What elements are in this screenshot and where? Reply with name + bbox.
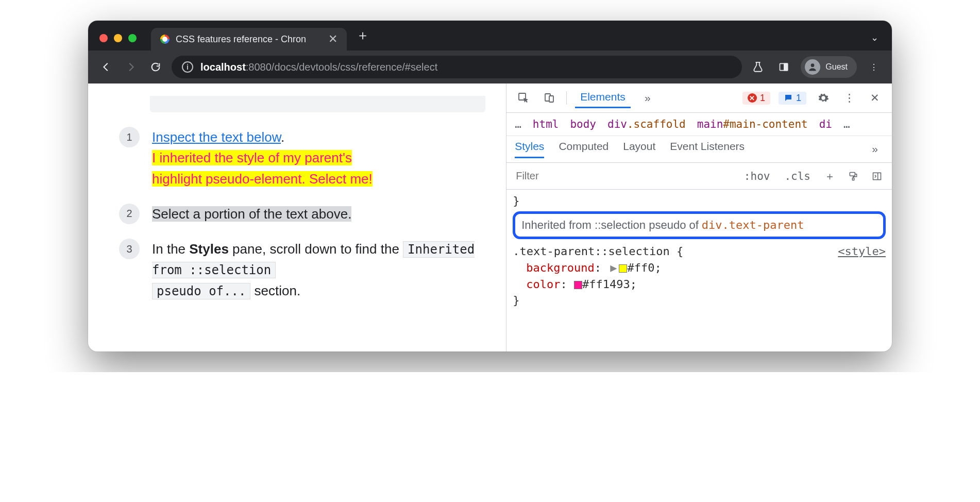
styles-filter-input[interactable] [513,166,734,186]
crumb-body[interactable]: body [570,118,596,130]
side-panel-icon[interactable] [775,58,792,76]
site-info-icon[interactable]: i [182,61,193,73]
step-1: 1 Inspect the text below. I inherited th… [119,127,485,189]
step3-code-2: pseudo of... [152,283,250,299]
step-number: 1 [119,127,140,147]
svg-rect-8 [873,173,881,179]
inspect-element-icon[interactable] [515,89,532,107]
device-toggle-icon[interactable] [540,89,558,107]
styles-filter-row: :hov .cls ＋ [506,163,892,190]
titlebar: CSS features reference - Chron ✕ ＋ ⌄ [88,21,892,51]
svg-rect-6 [850,172,855,176]
subtab-event-listeners[interactable]: Event Listeners [670,140,745,158]
css-selector[interactable]: .text-parent::selection { [513,243,683,260]
settings-icon[interactable] [815,89,832,107]
devtools-panel: Elements » ✕1 1 ⋮ ✕ … html body div.scaf… [506,83,892,352]
cls-button[interactable]: .cls [780,168,815,185]
rule-close-brace-top: } [513,193,886,209]
dom-breadcrumbs: … html body div.scaffold main#main-conte… [506,113,892,136]
paint-icon[interactable] [844,168,862,185]
window-controls [99,34,137,51]
step2-text: Select a portion of the text above. [152,206,351,222]
styles-body: } Inherited from ::selection pseudo of d… [506,190,892,319]
step-number: 2 [119,204,140,224]
svg-point-2 [811,63,815,67]
crumb-main[interactable]: main#main-content [697,118,808,130]
page-banner [150,96,485,112]
reload-button[interactable] [147,58,164,76]
step-2: 2 Select a portion of the text above. [119,204,485,224]
step3-text-d: section. [250,283,300,298]
tab-title: CSS features reference - Chron [176,34,306,45]
step-number: 3 [119,239,140,259]
menu-icon[interactable]: ⋮ [865,58,883,76]
tab-close-icon[interactable]: ✕ [328,32,337,46]
css-declaration-color[interactable]: color: #ff1493; [513,276,886,293]
tab-elements[interactable]: Elements [575,88,631,108]
crumb-more-right[interactable]: … [843,118,850,130]
fullscreen-window-icon[interactable] [128,34,137,42]
error-count: 1 [760,93,765,104]
inherited-from-header[interactable]: Inherited from ::selection pseudo of div… [513,211,886,239]
minimize-window-icon[interactable] [114,34,122,42]
inspect-link[interactable]: Inspect the text below [152,129,281,145]
styles-subtabs: Styles Computed Layout Event Listeners » [506,136,892,163]
tabs-overflow-icon[interactable]: ⌄ [867,32,883,51]
rule-source-link[interactable]: <style> [838,243,886,260]
omnibox[interactable]: i localhost:8080/docs/devtools/css/refer… [172,56,742,78]
hov-button[interactable]: :hov [740,168,774,185]
error-badge[interactable]: ✕1 [742,92,770,105]
step1-period: . [281,129,284,145]
info-count: 1 [796,93,801,104]
close-devtools-icon[interactable]: ✕ [866,89,884,107]
content-area: 1 Inspect the text below. I inherited th… [88,83,892,352]
avatar-icon [805,59,820,75]
crumb-more-left[interactable]: … [515,118,521,130]
svg-rect-5 [549,96,553,102]
profile-label: Guest [825,62,848,72]
url-host: localhost [200,61,246,73]
subtab-layout[interactable]: Layout [623,140,655,158]
css-rule-selector-line: .text-parent::selection { <style> [513,243,886,260]
step-3: 3 In the Styles pane, scroll down to fin… [119,239,485,301]
url-path: :8080/docs/devtools/css/reference/#selec… [246,61,437,73]
step3-bold: Styles [189,241,229,257]
crumb-div[interactable]: div.scaffold [607,118,686,130]
svg-rect-7 [852,178,854,180]
kebab-icon[interactable]: ⋮ [840,89,858,107]
expand-icon[interactable]: ▶ [610,260,617,276]
svg-rect-1 [784,63,788,70]
highlighted-text-line1[interactable]: I inherited the style of my parent's [152,150,352,165]
toolbar-right: Guest ⋮ [749,56,883,78]
inherit-prefix: Inherited from ::selection pseudo of [521,217,699,233]
address-bar: i localhost:8080/docs/devtools/css/refer… [88,51,892,83]
subtab-styles[interactable]: Styles [515,140,544,158]
info-badge[interactable]: 1 [779,92,806,105]
inherit-selector: div.text-parent [702,217,804,233]
crumb-di[interactable]: di [819,118,832,130]
step3-text-a: In the [152,241,189,257]
back-button[interactable] [97,58,115,76]
chrome-favicon-icon [160,35,170,44]
color-swatch-pink[interactable] [574,281,582,289]
page-content: 1 Inspect the text below. I inherited th… [88,83,506,352]
css-declaration-background[interactable]: background: ▶#ff0; [513,260,886,276]
labs-icon[interactable] [749,58,767,76]
browser-window: CSS features reference - Chron ✕ ＋ ⌄ i l… [88,21,892,352]
close-window-icon[interactable] [99,34,108,42]
new-tab-button[interactable]: ＋ [347,26,379,51]
subtab-computed[interactable]: Computed [559,140,609,158]
forward-button[interactable] [122,58,140,76]
toggle-sidebar-icon[interactable] [868,168,886,185]
new-style-rule-icon[interactable]: ＋ [821,168,838,185]
profile-button[interactable]: Guest [801,56,857,78]
crumb-html[interactable]: html [533,118,559,130]
rule-close-brace: } [513,292,886,309]
color-swatch-yellow[interactable] [619,264,627,273]
browser-tab[interactable]: CSS features reference - Chron ✕ [151,28,347,51]
highlighted-text-line2[interactable]: highlight pseudo-element. Select me! [152,171,373,187]
tabs-more-icon[interactable]: » [639,89,656,107]
devtools-toolbar: Elements » ✕1 1 ⋮ ✕ [506,83,892,113]
step3-text-c: pane, scroll down to find the [229,241,403,257]
subtabs-more-icon[interactable]: » [866,140,884,158]
